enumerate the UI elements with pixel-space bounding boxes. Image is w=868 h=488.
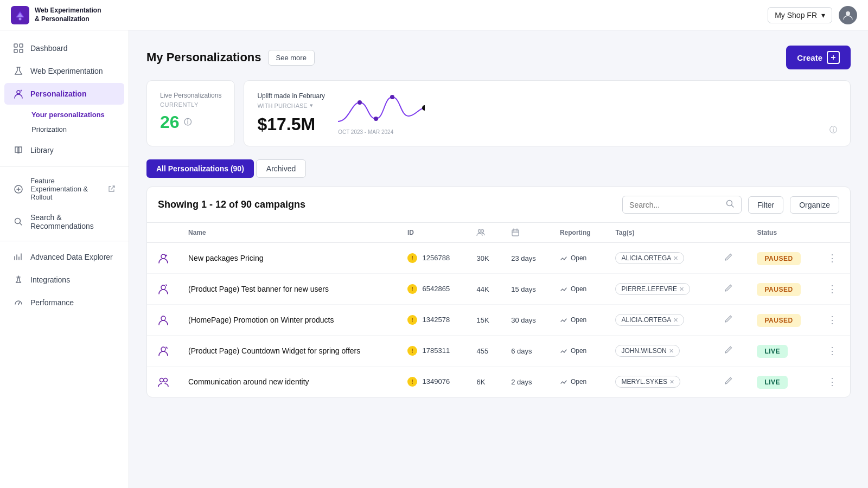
more-icon[interactable]: ⋮	[827, 253, 837, 264]
sidebar-item-performance-label: Performance	[30, 298, 74, 307]
table-container: Showing 1 - 12 of 90 campaigns Filter Or…	[146, 187, 851, 397]
more-cell: ⋮	[819, 367, 850, 397]
table-count: Showing 1 - 12 of 90 campaigns	[158, 199, 616, 210]
status-badge: LIVE	[757, 376, 788, 389]
uplift-label: Uplift made in February	[257, 92, 325, 100]
sidebar-item-search-recommendations[interactable]: Search & Recommendations	[4, 208, 124, 236]
live-personalizations-value: 26 ⓘ	[160, 112, 221, 132]
edit-icon[interactable]	[722, 282, 735, 296]
sidebar-item-dashboard[interactable]: Dashboard	[4, 37, 124, 59]
shop-selector-label: My Shop FR	[775, 11, 817, 20]
edit-icon[interactable]	[722, 252, 735, 265]
organize-button[interactable]: Organize	[790, 196, 839, 214]
sidebar-item-performance[interactable]: Performance	[4, 292, 124, 313]
app-shell: Web Experimentation & Personalization My…	[0, 0, 868, 488]
create-button[interactable]: Create +	[786, 46, 851, 69]
content-area: My Personalizations See more Create + Li…	[129, 30, 868, 488]
col-id: ID	[399, 223, 468, 243]
svg-point-13	[422, 105, 425, 111]
shop-selector[interactable]: My Shop FR ▾	[768, 7, 832, 23]
top-bar: Web Experimentation & Personalization My…	[0, 0, 868, 30]
external-link-icon	[108, 185, 116, 193]
sidebar-item-personalization[interactable]: Personalization	[4, 83, 124, 105]
search-box	[622, 196, 742, 214]
sidebar-item-feature-experimentation[interactable]: Feature Experimentation & Rollout	[4, 171, 124, 207]
more-cell: ⋮	[819, 274, 850, 305]
tab-archived[interactable]: Archived	[256, 159, 306, 178]
user-avatar[interactable]	[839, 6, 857, 24]
book-icon	[13, 145, 24, 156]
col-tags: Tag(s)	[607, 223, 713, 243]
status-badge: PAUSED	[757, 252, 800, 265]
svg-point-16	[481, 230, 484, 233]
audience-cell: 15K	[468, 305, 502, 336]
uplift-card: Uplift made in February WITH PURCHASE ▾ …	[244, 80, 851, 146]
status-cell: PAUSED	[748, 274, 819, 305]
tag-close-icon[interactable]: ✕	[669, 378, 674, 386]
sidebar-item-feature-label: Feature Experimentation & Rollout	[30, 177, 101, 201]
status-badge: PAUSED	[757, 283, 800, 296]
days-cell: 2 days	[502, 367, 551, 397]
svg-point-15	[478, 230, 481, 233]
edit-icon[interactable]	[722, 344, 735, 358]
sidebar-sub-priorization[interactable]: Priorization	[26, 122, 129, 137]
reporting-cell: Open	[551, 336, 607, 367]
svg-point-21	[161, 347, 165, 351]
live-personalizations-card: Live Personalizations CURRENTLY 26 ⓘ	[146, 80, 235, 146]
svg-point-12	[390, 95, 394, 99]
flask-icon	[13, 66, 24, 76]
row-icon-cell	[147, 336, 180, 367]
sidebar-item-library[interactable]: Library	[4, 139, 124, 161]
tag-close-icon[interactable]: ✕	[679, 286, 684, 293]
plug-icon	[13, 274, 24, 285]
stats-row: Live Personalizations CURRENTLY 26 ⓘ Upl…	[146, 80, 851, 146]
svg-rect-3	[20, 44, 23, 47]
tags-cell: ALICIA.ORTEGA✕	[607, 305, 713, 336]
col-name: Name	[180, 223, 399, 243]
search-input[interactable]	[629, 201, 722, 209]
info-badge: !	[407, 284, 417, 294]
sidebar-divider-1	[0, 166, 129, 166]
edit-icon[interactable]	[722, 375, 735, 389]
campaign-id-cell: ! 1342578	[399, 305, 468, 336]
sidebar-item-advanced-data[interactable]: Advanced Data Explorer	[4, 246, 124, 268]
audience-cell: 44K	[468, 274, 502, 305]
search-star-icon	[13, 216, 24, 227]
tag-close-icon[interactable]: ✕	[669, 348, 674, 355]
edit-icon[interactable]	[722, 313, 735, 327]
uplift-dates: OCT 2023 - MAR 2024	[338, 129, 393, 135]
svg-rect-4	[14, 49, 17, 53]
campaigns-table: Name ID	[147, 223, 850, 397]
table-header-row: Name ID	[147, 223, 850, 243]
abtasty-logo-icon	[11, 6, 29, 24]
edit-cell	[713, 305, 749, 336]
filter-button[interactable]: Filter	[748, 196, 783, 214]
audience-cell: 455	[468, 336, 502, 367]
live-personalizations-label: Live Personalizations	[160, 92, 221, 99]
audience-cell: 30K	[468, 243, 502, 274]
reporting-cell: Open	[551, 305, 607, 336]
status-badge: PAUSED	[757, 314, 800, 327]
logo-text: Web Experimentation & Personalization	[35, 7, 101, 23]
more-icon[interactable]: ⋮	[827, 376, 837, 387]
more-icon[interactable]: ⋮	[827, 284, 837, 294]
tag-close-icon[interactable]: ✕	[673, 255, 678, 262]
sidebar-item-integrations[interactable]: Integrations	[4, 269, 124, 291]
table-row: (Product Page) Countdown Widget for spri…	[147, 336, 850, 367]
more-icon[interactable]: ⋮	[827, 314, 837, 325]
sidebar-sub-your-personalizations[interactable]: Your personalizations	[26, 107, 129, 122]
chart-info-icon: ⓘ	[829, 125, 837, 135]
see-more-button[interactable]: See more	[268, 50, 315, 66]
chevron-down-icon: ▾	[821, 11, 825, 20]
live-personalizations-sublabel: CURRENTLY	[160, 101, 221, 108]
tag-close-icon[interactable]: ✕	[673, 317, 678, 324]
tab-all-personalizations[interactable]: All Personalizations (90)	[146, 159, 254, 178]
more-cell: ⋮	[819, 305, 850, 336]
campaign-name-cell: Communication around new identity	[180, 367, 399, 397]
table-row: Communication around new identity ! 1349…	[147, 367, 850, 397]
sidebar-sub-personalization: Your personalizations Priorization	[0, 105, 129, 139]
svg-point-0	[19, 17, 22, 20]
more-icon[interactable]: ⋮	[827, 345, 837, 356]
campaign-icon	[156, 251, 171, 266]
sidebar-item-web-experimentation[interactable]: Web Experimentation	[4, 60, 124, 82]
